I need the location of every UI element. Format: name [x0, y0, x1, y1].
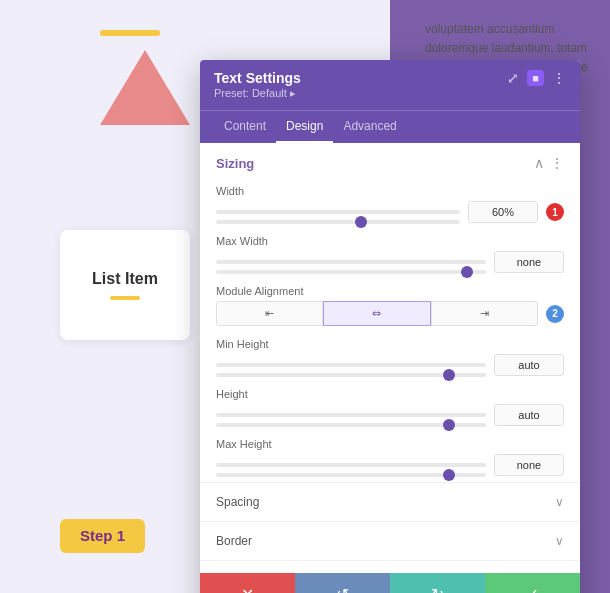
- bg-triangle: [100, 50, 190, 125]
- max-width-field-row: Max Width none: [200, 229, 580, 279]
- min-height-control: auto: [216, 354, 564, 376]
- cancel-button[interactable]: ✕: [200, 573, 295, 593]
- align-left-button[interactable]: ⇤: [216, 301, 323, 326]
- border-label: Border: [216, 534, 252, 548]
- width-label: Width: [216, 185, 564, 197]
- bg-step-label: Step 1: [80, 527, 125, 544]
- max-width-control: none: [216, 251, 564, 273]
- align-right-button[interactable]: ⇥: [431, 301, 538, 326]
- fullscreen-icon[interactable]: ⤢: [507, 70, 519, 86]
- cancel-icon: ✕: [241, 585, 254, 593]
- spacing-chevron-icon: ∨: [555, 495, 564, 509]
- save-button[interactable]: ✓: [485, 573, 580, 593]
- modal-title-group: Text Settings Preset: Default ▸: [214, 70, 301, 100]
- width-field-row: Width 60% 1: [200, 179, 580, 229]
- undo-button[interactable]: ↺: [295, 573, 390, 593]
- sizing-title: Sizing: [216, 156, 254, 171]
- module-alignment-label: Module Alignment: [216, 285, 564, 297]
- max-width-slider-container: [216, 260, 486, 264]
- modal-title: Text Settings: [214, 70, 301, 86]
- max-height-slider[interactable]: [216, 473, 486, 477]
- height-label: Height: [216, 388, 564, 400]
- tab-content[interactable]: Content: [214, 111, 276, 143]
- min-height-value[interactable]: auto: [494, 354, 564, 376]
- modal-footer: ✕ ↺ ↻ ✓: [200, 573, 580, 593]
- redo-button[interactable]: ↻: [390, 573, 485, 593]
- sizing-more-icon[interactable]: ⋮: [550, 155, 564, 171]
- max-height-field-row: Max Height none: [200, 432, 580, 482]
- max-height-label: Max Height: [216, 438, 564, 450]
- modal-body: Sizing ∧ ⋮ Width 60% 1 Max Width: [200, 143, 580, 573]
- bg-list-yellow-bar: [110, 296, 140, 300]
- height-slider[interactable]: [216, 423, 486, 427]
- alignment-badge: 2: [546, 305, 564, 323]
- spacing-section[interactable]: Spacing ∨: [200, 482, 580, 521]
- width-slider[interactable]: [216, 220, 460, 224]
- height-field-row: Height auto: [200, 382, 580, 432]
- border-chevron-icon: ∨: [555, 534, 564, 548]
- modal-tabs: Content Design Advanced: [200, 110, 580, 143]
- sizing-section-controls: ∧ ⋮: [534, 155, 564, 171]
- alignment-buttons: ⇤ ⇔ ⇥: [216, 301, 538, 326]
- align-center-button[interactable]: ⇔: [323, 301, 430, 326]
- spacing-label: Spacing: [216, 495, 259, 509]
- more-icon[interactable]: ⋮: [552, 70, 566, 86]
- bg-list-item-label: List Item: [92, 270, 158, 288]
- height-slider-container: [216, 413, 486, 417]
- max-height-slider-container: [216, 463, 486, 467]
- redo-icon: ↻: [431, 585, 444, 593]
- max-width-label: Max Width: [216, 235, 564, 247]
- modal-header-icons: ⤢ ■ ⋮: [507, 70, 566, 86]
- bg-list-item-box: List Item: [60, 230, 190, 340]
- box-shadow-section[interactable]: Box Shadow ∨: [200, 560, 580, 573]
- min-height-label: Min Height: [216, 338, 564, 350]
- max-height-value[interactable]: none: [494, 454, 564, 476]
- max-width-value[interactable]: none: [494, 251, 564, 273]
- height-value[interactable]: auto: [494, 404, 564, 426]
- text-settings-modal: Text Settings Preset: Default ▸ ⤢ ■ ⋮ Co…: [200, 60, 580, 593]
- collapse-icon[interactable]: ∧: [534, 155, 544, 171]
- modal-header: Text Settings Preset: Default ▸ ⤢ ■ ⋮: [200, 60, 580, 110]
- sizing-section-header: Sizing ∧ ⋮: [200, 143, 580, 179]
- max-height-control: none: [216, 454, 564, 476]
- modal-preset[interactable]: Preset: Default ▸: [214, 87, 301, 100]
- tab-design[interactable]: Design: [276, 111, 333, 143]
- width-value[interactable]: 60%: [468, 201, 538, 223]
- height-control: auto: [216, 404, 564, 426]
- tab-advanced[interactable]: Advanced: [333, 111, 406, 143]
- min-height-slider[interactable]: [216, 373, 486, 377]
- width-control: 60% 1: [216, 201, 564, 223]
- width-badge: 1: [546, 203, 564, 221]
- module-alignment-row: Module Alignment ⇤ ⇔ ⇥ 2: [200, 279, 580, 332]
- min-height-field-row: Min Height auto: [200, 332, 580, 382]
- bg-step-box: Step 1: [60, 519, 145, 553]
- pin-icon[interactable]: ■: [527, 70, 544, 86]
- undo-icon: ↺: [336, 585, 349, 593]
- bg-yellow-bar: [100, 30, 160, 36]
- width-slider-container: [216, 210, 460, 214]
- border-section[interactable]: Border ∨: [200, 521, 580, 560]
- save-icon: ✓: [526, 585, 539, 593]
- module-alignment-control: ⇤ ⇔ ⇥ 2: [216, 301, 564, 326]
- max-width-slider[interactable]: [216, 270, 486, 274]
- min-height-slider-container: [216, 363, 486, 367]
